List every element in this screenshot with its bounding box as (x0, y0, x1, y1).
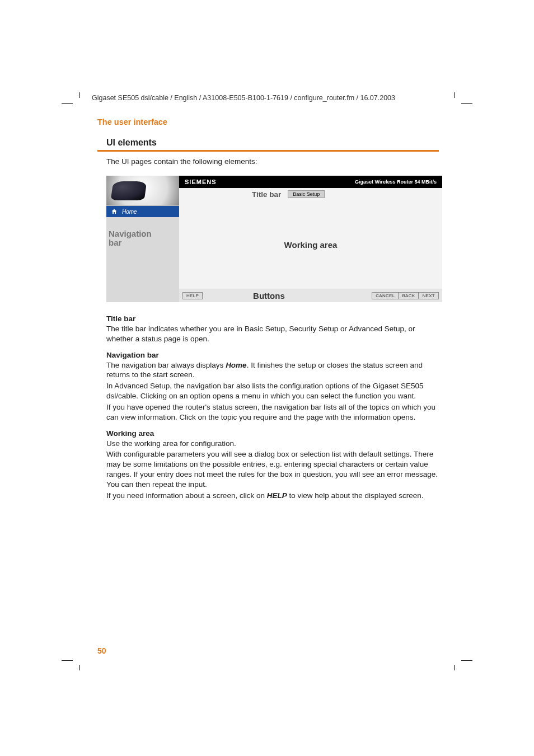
working-area-annotation: Working area (179, 200, 442, 289)
subhead-nav-bar: Navigation bar (106, 351, 439, 359)
home-icon (111, 208, 118, 215)
crop-mark (62, 660, 73, 661)
crop-mark (454, 665, 455, 670)
crop-mark (461, 660, 472, 661)
home-row[interactable]: Home (106, 206, 179, 217)
help-button[interactable]: HELP (182, 292, 203, 299)
basic-setup-chip[interactable]: Basic Setup (288, 190, 325, 198)
page-number: 50 (97, 646, 106, 655)
para-nav-1: The navigation bar always displays Home.… (106, 360, 439, 381)
product-label: Gigaset Wireless Router 54 MBit/s (355, 179, 437, 185)
para-nav-2: In Advanced Setup, the navigation bar al… (106, 381, 439, 401)
cancel-button[interactable]: CANCEL (372, 292, 399, 299)
subhead-working-area: Working area (106, 429, 439, 438)
next-button[interactable]: NEXT (418, 292, 439, 299)
para-nav-3: If you have opened the router's status s… (106, 402, 439, 422)
back-button[interactable]: BACK (398, 292, 419, 299)
ui-screenshot-diagram: Home Navigationbar SIEMENS Gigaset Wirel… (106, 176, 442, 302)
crop-mark (79, 92, 80, 98)
crop-mark (461, 103, 472, 104)
titlebar-annotation: Title bar (179, 190, 281, 199)
intro-text: The UI pages contain the following eleme… (106, 157, 439, 166)
diagram-right-pane: SIEMENS Gigaset Wireless Router 54 MBit/… (179, 176, 442, 302)
crop-mark (79, 665, 80, 670)
diagram-topbar: SIEMENS Gigaset Wireless Router 54 MBit/… (179, 176, 442, 188)
para-work-3: If you need information about a screen, … (106, 491, 439, 501)
para-work-2: With configurable parameters you will se… (106, 449, 439, 489)
crop-mark (62, 103, 73, 104)
diagram-footer: HELP Buttons CANCEL BACK NEXT (179, 289, 442, 302)
brand-label: SIEMENS (185, 179, 217, 185)
diagram-nav-label: Navigationbar (109, 229, 152, 247)
buttons-annotation: Buttons (253, 291, 285, 300)
diagram-nav-column: Home Navigationbar (106, 176, 179, 302)
subhead-title-bar: Title bar (106, 314, 439, 323)
diagram-titlebar: Title bar Basic Setup (179, 188, 442, 200)
siemens-device-image (106, 176, 179, 206)
heading-rule (97, 150, 439, 152)
section-label: The user interface (97, 118, 439, 126)
home-label: Home (122, 209, 137, 215)
crop-mark (454, 92, 455, 98)
para-title-bar: The title bar indicates whether you are … (106, 324, 439, 344)
doc-header-path: Gigaset SE505 dsl/cable / English / A310… (92, 94, 395, 102)
page-title: UI elements (106, 138, 439, 148)
para-work-1: Use the working area for configuration. (106, 439, 439, 449)
